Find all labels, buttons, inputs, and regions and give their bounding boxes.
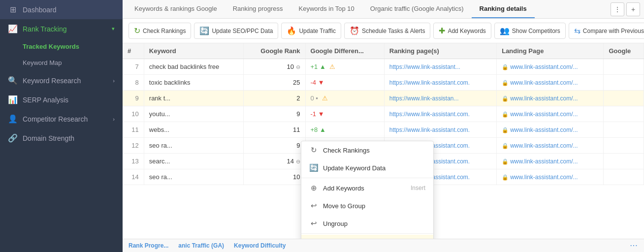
row-rank: 11 — [244, 122, 305, 138]
bottom-rank-progress[interactable]: Rank Progre... — [129, 242, 168, 249]
chevron-right-icon2: › — [113, 116, 115, 122]
row-rank: 9 — [244, 138, 305, 154]
check-rankings-icon: ↻ — [134, 26, 140, 35]
tab-keywords-rankings[interactable]: Keywords & rankings Google — [127, 0, 225, 18]
sidebar-item-keyword-map[interactable]: Keyword Map — [0, 55, 123, 71]
bottom-bar: Rank Progre... anic Traffic (GA) Keyword… — [123, 239, 644, 252]
ctx-move-icon: ↩ — [309, 201, 318, 210]
add-keywords-button[interactable]: ✚ Add Keywords — [433, 23, 491, 39]
row-keyword: check bad backlinks free — [144, 59, 243, 75]
ctx-check-rankings[interactable]: ↻ Check Rankings — [301, 141, 433, 159]
row-num: 14 — [123, 169, 144, 185]
schedule-tasks-button[interactable]: ⏰ Schedule Tasks & Alerts — [344, 23, 431, 39]
tab-keywords-top10[interactable]: Keywords in Top 10 — [291, 0, 362, 18]
row-keyword: searc... — [144, 154, 243, 169]
col-google-rank: Google Rank — [244, 43, 305, 59]
schedule-icon: ⏰ — [350, 26, 359, 35]
table-row[interactable]: 9 rank t... 2 0 ▪ ⚠ https://www.link-ass… — [123, 91, 644, 106]
compare-icon: ⇆ — [574, 26, 580, 35]
show-competitors-button[interactable]: 👥 Show Competitors — [494, 23, 566, 39]
row-ranking-page: https://www.link-assistan... — [384, 91, 496, 106]
rank-tracking-section: 📈 Rank Tracking ▾ Tracked Keywords Keywo… — [0, 19, 123, 71]
update-seoppc-icon: 🔄 — [199, 26, 209, 35]
context-menu: ↻ Check Rankings 🔄 Update Keyword Data ⊕… — [301, 141, 434, 239]
row-keyword: toxic backlinks — [144, 75, 243, 91]
table-row[interactable]: 11 webs... 11 +8 ▲ https://www.link-assi… — [123, 122, 644, 138]
serp-icon: 📊 — [8, 95, 18, 104]
row-landing-page: 🔒www.link-assistant.com/... — [497, 169, 604, 185]
row-google — [604, 59, 644, 75]
update-traffic-button[interactable]: 🔥 Update Traffic — [281, 23, 341, 39]
row-keyword: seo ra... — [144, 169, 243, 185]
row-rank: 25 — [244, 75, 305, 91]
compare-previous-button[interactable]: ⇆ Compare with Previous Results — [569, 23, 644, 39]
tab-ranking-progress[interactable]: Ranking progress — [225, 0, 291, 18]
keyword-map-label: Keyword Map — [23, 59, 62, 66]
row-num: 9 — [123, 91, 144, 106]
ctx-divider1 — [301, 178, 433, 178]
sidebar-item-dashboard[interactable]: ⊞ Dashboard — [0, 0, 123, 19]
row-landing-page: 🔒www.link-assistant.com/... — [497, 138, 604, 154]
row-ranking-page: https://www.link-assistant... — [384, 59, 496, 75]
row-num: 7 — [123, 59, 144, 75]
dashboard-icon: ⊞ — [8, 5, 18, 14]
bottom-dots: ··· — [630, 242, 638, 249]
row-landing-page: 🔒www.link-assistant.com/... — [497, 59, 604, 75]
row-landing-page: 🔒www.link-assistant.com/... — [497, 75, 604, 91]
row-rank: 2 — [244, 91, 305, 106]
row-rank: 14 ⊖ — [244, 154, 305, 169]
ctx-add-icon: ⊕ — [309, 184, 318, 192]
ctx-ungroup[interactable]: ↩ Ungroup — [301, 215, 433, 232]
row-diff: -1 ▼ — [305, 106, 384, 122]
row-landing-page: 🔒www.link-assistant.com/... — [497, 154, 604, 169]
row-google — [604, 138, 644, 154]
bottom-keyword-difficulty[interactable]: Keyword Difficulty — [234, 242, 286, 249]
update-seoppc-button[interactable]: 🔄 Update SEO/PPC Data — [194, 23, 278, 39]
tab-menu-button[interactable]: ⋮ — [611, 2, 624, 16]
rank-tracking-icon: 📈 — [8, 24, 18, 33]
row-num: 11 — [123, 122, 144, 138]
tab-add-button[interactable]: + — [626, 2, 640, 16]
col-google: Google — [604, 43, 644, 59]
sidebar-item-label: Keyword Research — [23, 77, 81, 85]
sidebar-item-competitor-research[interactable]: 👤 Competitor Research › — [0, 109, 123, 128]
ctx-check-icon: ↻ — [309, 146, 318, 155]
row-rank: 10 — [244, 169, 305, 185]
row-ranking-page: https://www.link-assistant.com. — [384, 75, 496, 91]
row-num: 8 — [123, 75, 144, 91]
table-row[interactable]: 8 toxic backlinks 25 -4 ▼ https://www.li… — [123, 75, 644, 91]
row-num: 12 — [123, 138, 144, 154]
ctx-map-landing-page[interactable]: 🔗 Map to Landing Page — [301, 235, 433, 239]
sidebar-item-tracked-keywords[interactable]: Tracked Keywords — [0, 38, 123, 55]
row-num: 10 — [123, 106, 144, 122]
row-keyword: rank t... — [144, 91, 243, 106]
sidebar-item-rank-tracking[interactable]: 📈 Rank Tracking ▾ — [0, 19, 123, 38]
competitor-icon: 👤 — [8, 114, 18, 124]
bottom-organic-traffic[interactable]: anic Traffic (GA) — [178, 242, 224, 249]
ctx-add-keywords[interactable]: ⊕ Add Keywords Insert — [301, 179, 433, 197]
row-rank: 9 — [244, 106, 305, 122]
table-row[interactable]: 7 check bad backlinks free 10 ⊖ +1 ▲ ⚠ h… — [123, 59, 644, 75]
row-keyword: webs... — [144, 122, 243, 138]
col-google-diff: Google Differen... — [305, 43, 384, 59]
ctx-move-to-group[interactable]: ↩ Move to Group — [301, 197, 433, 215]
sidebar-item-keyword-research[interactable]: 🔍 Keyword Research › — [0, 71, 123, 90]
sidebar-item-serp-analysis[interactable]: 📊 SERP Analysis — [0, 90, 123, 109]
row-google — [604, 154, 644, 169]
tab-ranking-details[interactable]: Ranking details — [472, 0, 535, 18]
table-row[interactable]: 10 youtu... 9 -1 ▼ https://www.link-assi… — [123, 106, 644, 122]
chevron-down-icon: ▾ — [112, 26, 115, 32]
check-rankings-button[interactable]: ↻ Check Rankings — [129, 23, 191, 39]
tab-organic-traffic[interactable]: Organic traffic (Google Analytics) — [362, 0, 472, 18]
row-landing-page: 🔒www.link-assistant.com/... — [497, 106, 604, 122]
tracked-keywords-label: Tracked Keywords — [23, 43, 79, 50]
col-ranking-page: Ranking page(s) — [384, 43, 496, 59]
row-diff: -4 ▼ — [305, 75, 384, 91]
main-content: Keywords & rankings Google Ranking progr… — [123, 0, 644, 252]
row-ranking-page: https://www.link-assistant.com. — [384, 106, 496, 122]
ctx-update-keyword[interactable]: 🔄 Update Keyword Data — [301, 159, 433, 177]
row-google — [604, 122, 644, 138]
row-diff: +8 ▲ — [305, 122, 384, 138]
col-landing-page: Landing Page — [497, 43, 604, 59]
sidebar-item-domain-strength[interactable]: 🔗 Domain Strength — [0, 128, 123, 148]
